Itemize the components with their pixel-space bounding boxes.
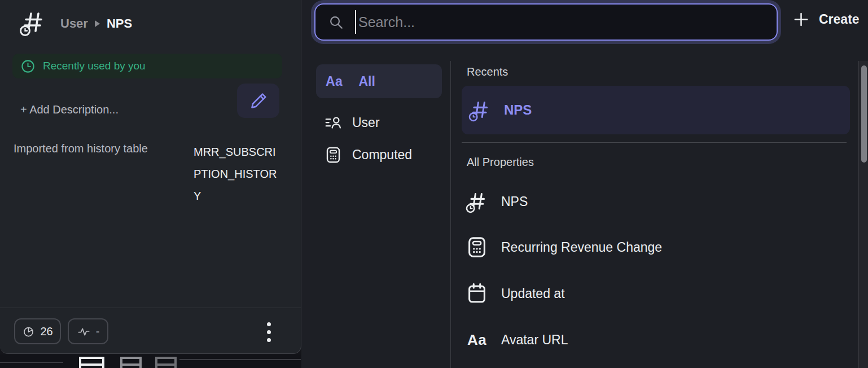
calendar-icon bbox=[465, 282, 489, 305]
scrollbar-thumb[interactable] bbox=[861, 65, 867, 163]
search-input[interactable] bbox=[356, 14, 766, 30]
user-list-icon bbox=[324, 113, 343, 132]
property-row-label: Updated at bbox=[501, 286, 565, 301]
property-row-updated-at[interactable]: Updated at bbox=[462, 270, 850, 317]
search-icon bbox=[327, 14, 345, 31]
property-row-recurring-revenue-change[interactable]: Recurring Revenue Change bbox=[462, 224, 850, 270]
calculator-icon bbox=[465, 235, 489, 259]
property-detail-panel: User NPS Recently used by you + Add Desc… bbox=[0, 0, 301, 354]
filter-tab-computed[interactable]: Computed bbox=[316, 141, 442, 168]
text-aa-icon: Aa bbox=[326, 74, 343, 89]
status-badge-label: Recently used by you bbox=[43, 60, 146, 72]
background-app-strip bbox=[0, 354, 301, 368]
trend-value: - bbox=[96, 325, 100, 338]
property-picker-screen: User NPS Recently used by you + Add Desc… bbox=[0, 0, 868, 368]
breadcrumb-current: NPS bbox=[107, 16, 132, 31]
chart-count-value: 26 bbox=[40, 325, 52, 338]
create-button[interactable]: Create bbox=[792, 11, 860, 28]
plus-icon bbox=[792, 11, 810, 28]
pulse-icon bbox=[77, 325, 91, 339]
pencil-icon bbox=[248, 90, 269, 112]
add-description-button[interactable]: + Add Description... bbox=[20, 103, 119, 116]
background-shape bbox=[120, 357, 142, 368]
property-row-avatar-url[interactable]: Aa Avatar URL bbox=[462, 317, 850, 363]
text-aa-icon: Aa bbox=[465, 328, 489, 352]
all-properties-section-header: All Properties bbox=[467, 156, 534, 169]
breadcrumb-parent[interactable]: User bbox=[60, 16, 88, 31]
import-source-label: Imported from history table bbox=[14, 142, 183, 155]
filter-tab-label: Computed bbox=[352, 147, 412, 163]
create-button-label: Create bbox=[819, 12, 860, 27]
kebab-dot bbox=[267, 330, 271, 334]
kebab-dot bbox=[267, 322, 271, 326]
filter-tab-label: All bbox=[358, 74, 375, 89]
filter-tab-label: User bbox=[352, 115, 380, 130]
background-line bbox=[0, 362, 63, 363]
background-shape bbox=[155, 357, 177, 368]
property-row-label: Avatar URL bbox=[501, 332, 568, 348]
numeric-property-recent-icon bbox=[465, 190, 489, 213]
recent-item-nps[interactable]: NPS bbox=[462, 86, 850, 134]
filter-tab-user[interactable]: User bbox=[316, 109, 442, 136]
pie-chart-icon bbox=[22, 325, 35, 338]
status-badge: Recently used by you bbox=[12, 54, 282, 78]
recent-item-label: NPS bbox=[504, 102, 532, 118]
background-line bbox=[179, 359, 301, 360]
property-row-label: NPS bbox=[501, 194, 528, 209]
background-shape bbox=[79, 357, 104, 368]
scrollbar-track bbox=[858, 61, 868, 368]
breadcrumb: User NPS bbox=[60, 16, 132, 31]
recents-section-header: Recents bbox=[467, 65, 508, 78]
more-options-button[interactable] bbox=[260, 319, 278, 344]
section-divider bbox=[462, 142, 847, 143]
trend-badge[interactable]: - bbox=[68, 318, 108, 344]
import-source-value: MRR_SUBSCRIPTION_HISTORY bbox=[194, 141, 283, 207]
filter-tab-all[interactable]: Aa All bbox=[316, 64, 442, 98]
numeric-property-recent-icon bbox=[468, 98, 492, 122]
property-row-label: Recurring Revenue Change bbox=[501, 240, 662, 255]
kebab-dot bbox=[267, 338, 271, 342]
numeric-property-recent-icon bbox=[19, 8, 47, 37]
chevron-right-icon bbox=[95, 20, 100, 27]
chart-count-badge[interactable]: 26 bbox=[14, 318, 61, 344]
clock-icon bbox=[20, 59, 36, 74]
calculator-icon bbox=[324, 146, 343, 164]
results-divider-vertical bbox=[450, 61, 451, 368]
property-row-nps[interactable]: NPS bbox=[462, 178, 850, 225]
edit-description-button[interactable] bbox=[237, 84, 279, 118]
search-bar bbox=[314, 3, 778, 41]
panel-footer-divider bbox=[0, 308, 301, 308]
